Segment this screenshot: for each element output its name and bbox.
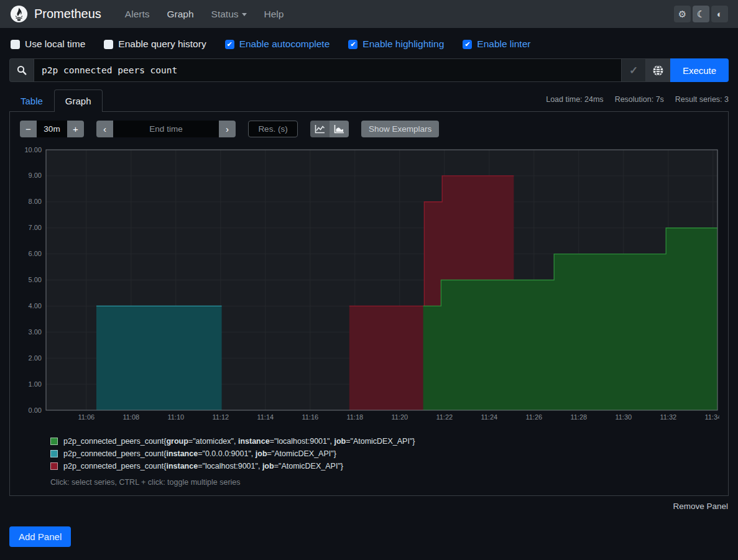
checkbox-checked-icon[interactable]: ✔	[225, 40, 234, 49]
svg-text:5.00: 5.00	[29, 276, 42, 283]
series-label: p2p_connected_peers_count{instance="loca…	[63, 462, 343, 470]
line-chart-button[interactable]	[310, 121, 330, 137]
settings-gear-icon[interactable]: ⚙	[674, 6, 691, 22]
svg-text:11:26: 11:26	[525, 413, 542, 421]
execute-button[interactable]: Execute	[670, 58, 729, 82]
time-series-chart[interactable]: 0.001.002.003.004.005.006.007.008.009.00…	[20, 145, 719, 426]
query-bar: ✓ Execute	[9, 58, 729, 82]
series-area[interactable]	[96, 306, 222, 410]
series-color-swatch	[50, 438, 58, 445]
option-label: Enable linter	[477, 39, 530, 50]
time-forward-button[interactable]: ›	[219, 121, 236, 137]
query-stats: Load time: 24ms Resolution: 7s Result se…	[546, 95, 729, 111]
result-series: Result series: 3	[675, 95, 729, 104]
option-label: Enable query history	[118, 39, 206, 50]
svg-text:11:20: 11:20	[391, 413, 408, 421]
search-prefix	[9, 58, 34, 82]
theme-buttons: ⚙☾◐	[674, 6, 728, 22]
graph-panel: − + ‹ ›	[9, 112, 729, 496]
nav-links: AlertsGraphStatusHelp	[118, 4, 292, 25]
range-increase-button[interactable]: +	[67, 121, 84, 137]
dark-theme-moon-icon[interactable]: ☾	[693, 6, 709, 22]
svg-text:11:34: 11:34	[704, 413, 719, 421]
stacked-chart-icon	[334, 124, 344, 134]
option-enable-autocomplete[interactable]: ✔Enable autocomplete	[225, 39, 330, 50]
option-use-local-time[interactable]: ✔Use local time	[11, 39, 85, 50]
end-time-control: ‹ ›	[96, 121, 236, 137]
legend-item[interactable]: p2p_connected_peers_count{instance="0.0.…	[50, 449, 718, 458]
series-color-swatch	[50, 462, 58, 470]
svg-text:10.00: 10.00	[24, 146, 42, 154]
tab-table[interactable]: Table	[9, 90, 54, 112]
checkbox-unchecked-icon[interactable]: ✔	[104, 40, 113, 49]
prometheus-brand[interactable]: Prometheus	[10, 5, 101, 23]
range-control: − +	[20, 121, 84, 137]
svg-text:3.00: 3.00	[29, 328, 42, 336]
option-label: Enable autocomplete	[239, 39, 330, 50]
svg-text:4.00: 4.00	[29, 302, 42, 310]
svg-text:8.00: 8.00	[29, 198, 42, 205]
option-enable-linter[interactable]: ✔Enable linter	[463, 39, 530, 50]
range-decrease-button[interactable]: −	[20, 121, 37, 137]
tab-row: Table Graph Load time: 24ms Resolution: …	[9, 90, 729, 112]
legend-item[interactable]: p2p_connected_peers_count{group="atomicd…	[50, 437, 718, 446]
svg-text:11:18: 11:18	[346, 413, 363, 421]
load-time: Load time: 24ms	[546, 95, 603, 104]
resolution-input[interactable]	[248, 121, 298, 137]
time-back-button[interactable]: ‹	[96, 121, 113, 137]
series-label: p2p_connected_peers_count{group="atomicd…	[63, 437, 415, 446]
checkbox-checked-icon[interactable]: ✔	[463, 40, 472, 49]
option-label: Use local time	[25, 39, 85, 50]
checkbox-checked-icon[interactable]: ✔	[348, 40, 357, 49]
nav-item-help[interactable]: Help	[257, 4, 292, 25]
svg-text:11:08: 11:08	[122, 413, 139, 421]
remove-panel-link[interactable]: Remove Panel	[673, 502, 728, 511]
chevron-down-icon	[242, 13, 247, 16]
svg-text:7.00: 7.00	[29, 224, 42, 231]
svg-text:11:10: 11:10	[167, 413, 184, 421]
option-enable-highlighting[interactable]: ✔Enable highlighting	[348, 39, 444, 50]
svg-text:9.00: 9.00	[29, 172, 42, 179]
svg-text:11:14: 11:14	[257, 413, 274, 421]
check-icon: ✔	[350, 41, 356, 48]
stacked-chart-button[interactable]	[330, 121, 349, 137]
svg-text:11:32: 11:32	[660, 413, 676, 421]
svg-text:11:12: 11:12	[212, 413, 229, 421]
svg-text:1.00: 1.00	[29, 380, 42, 388]
series-label: p2p_connected_peers_count{instance="0.0.…	[63, 449, 336, 458]
check-icon: ✔	[464, 41, 470, 48]
legend-help-text: Click: select series, CTRL + click: togg…	[50, 478, 718, 487]
svg-text:11:30: 11:30	[615, 413, 632, 421]
series-color-swatch	[50, 450, 58, 457]
range-input[interactable]	[37, 121, 67, 137]
svg-text:11:16: 11:16	[302, 413, 318, 421]
line-chart-icon	[315, 124, 325, 134]
show-exemplars-button[interactable]: Show Exemplars	[361, 121, 439, 137]
tab-graph[interactable]: Graph	[54, 90, 103, 112]
prometheus-logo-icon	[10, 5, 28, 23]
options-row: ✔Use local time✔Enable query history✔Ena…	[9, 28, 729, 58]
svg-text:11:28: 11:28	[570, 413, 587, 421]
check-icon: ✓	[629, 64, 638, 77]
end-time-input[interactable]	[113, 121, 219, 137]
svg-text:0.00: 0.00	[29, 406, 42, 414]
chart-legend: p2p_connected_peers_count{group="atomicd…	[50, 437, 718, 470]
nav-item-status[interactable]: Status	[204, 4, 254, 25]
add-panel-button[interactable]: Add Panel	[9, 526, 71, 547]
svg-text:11:06: 11:06	[78, 413, 95, 421]
brand-title: Prometheus	[34, 7, 101, 21]
format-query-button[interactable]: ✓	[622, 58, 646, 82]
navbar: Prometheus AlertsGraphStatusHelp ⚙☾◐	[0, 0, 738, 28]
legend-item[interactable]: p2p_connected_peers_count{instance="loca…	[50, 462, 718, 470]
query-input[interactable]	[34, 58, 622, 82]
check-icon: ✔	[227, 41, 233, 48]
chart-area[interactable]: 0.001.002.003.004.005.006.007.008.009.00…	[20, 145, 718, 428]
checkbox-unchecked-icon[interactable]: ✔	[11, 40, 20, 49]
search-icon	[17, 65, 27, 75]
metrics-explorer-button[interactable]	[646, 58, 670, 82]
nav-item-alerts[interactable]: Alerts	[118, 4, 157, 25]
nav-item-graph[interactable]: Graph	[159, 4, 201, 25]
option-enable-query-history[interactable]: ✔Enable query history	[104, 39, 206, 50]
auto-theme-contrast-icon[interactable]: ◐	[711, 6, 728, 22]
svg-text:11:22: 11:22	[436, 413, 453, 421]
